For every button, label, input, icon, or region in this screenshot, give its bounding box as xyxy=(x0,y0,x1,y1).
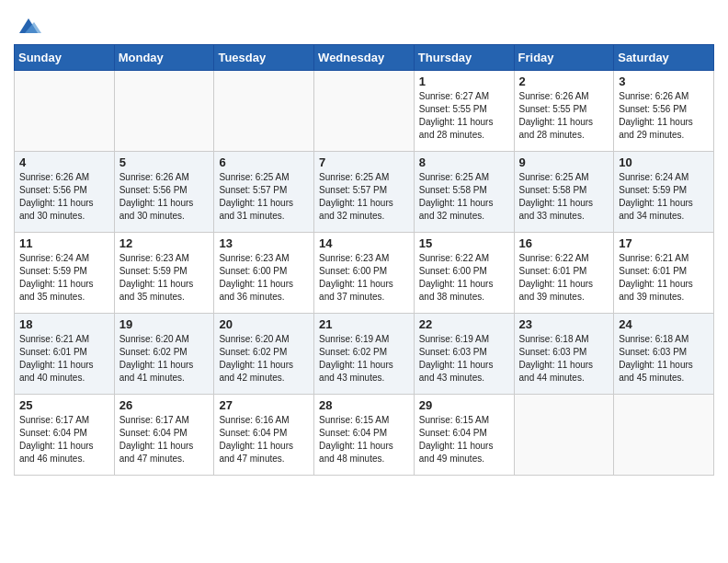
cell-info: Sunrise: 6:22 AM Sunset: 6:00 PM Dayligh… xyxy=(419,252,509,304)
calendar-cell: 22Sunrise: 6:19 AM Sunset: 6:03 PM Dayli… xyxy=(414,314,514,395)
cell-info: Sunrise: 6:21 AM Sunset: 6:01 PM Dayligh… xyxy=(19,333,109,385)
day-header-monday: Monday xyxy=(114,45,214,71)
cell-info: Sunrise: 6:26 AM Sunset: 5:56 PM Dayligh… xyxy=(119,171,210,223)
cell-info: Sunrise: 6:27 AM Sunset: 5:55 PM Dayligh… xyxy=(419,90,509,142)
cell-info: Sunrise: 6:25 AM Sunset: 5:58 PM Dayligh… xyxy=(419,171,509,223)
day-number: 18 xyxy=(19,317,109,331)
cell-info: Sunrise: 6:23 AM Sunset: 6:00 PM Dayligh… xyxy=(319,252,409,304)
day-number: 24 xyxy=(619,317,709,331)
day-number: 9 xyxy=(519,155,609,169)
calendar-cell: 18Sunrise: 6:21 AM Sunset: 6:01 PM Dayli… xyxy=(15,314,115,395)
day-number: 12 xyxy=(119,236,210,250)
day-number: 27 xyxy=(219,398,309,412)
calendar-cell: 16Sunrise: 6:22 AM Sunset: 6:01 PM Dayli… xyxy=(514,233,614,314)
logo xyxy=(14,13,41,39)
calendar-cell: 15Sunrise: 6:22 AM Sunset: 6:00 PM Dayli… xyxy=(414,233,514,314)
page-header xyxy=(14,9,714,39)
day-number: 5 xyxy=(119,155,210,169)
day-header-wednesday: Wednesday xyxy=(314,45,415,71)
calendar-cell xyxy=(614,395,714,476)
cell-info: Sunrise: 6:17 AM Sunset: 6:04 PM Dayligh… xyxy=(19,414,109,465)
day-number: 6 xyxy=(219,155,309,169)
day-number: 20 xyxy=(219,317,309,331)
calendar-cell: 6Sunrise: 6:25 AM Sunset: 5:57 PM Daylig… xyxy=(214,152,314,233)
day-number: 22 xyxy=(419,317,509,331)
day-number: 15 xyxy=(419,236,509,250)
calendar-week-row: 18Sunrise: 6:21 AM Sunset: 6:01 PM Dayli… xyxy=(15,314,714,395)
day-header-sunday: Sunday xyxy=(15,45,115,71)
day-number: 29 xyxy=(419,398,509,412)
calendar-cell: 27Sunrise: 6:16 AM Sunset: 6:04 PM Dayli… xyxy=(214,395,314,476)
calendar-week-row: 11Sunrise: 6:24 AM Sunset: 5:59 PM Dayli… xyxy=(15,233,714,314)
calendar-cell: 29Sunrise: 6:15 AM Sunset: 6:04 PM Dayli… xyxy=(414,395,514,476)
cell-info: Sunrise: 6:20 AM Sunset: 6:02 PM Dayligh… xyxy=(119,333,210,385)
cell-info: Sunrise: 6:20 AM Sunset: 6:02 PM Dayligh… xyxy=(219,333,309,385)
day-number: 7 xyxy=(319,155,409,169)
cell-info: Sunrise: 6:26 AM Sunset: 5:56 PM Dayligh… xyxy=(19,171,109,223)
cell-info: Sunrise: 6:16 AM Sunset: 6:04 PM Dayligh… xyxy=(219,414,309,465)
cell-info: Sunrise: 6:26 AM Sunset: 5:55 PM Dayligh… xyxy=(519,90,609,142)
cell-info: Sunrise: 6:24 AM Sunset: 5:59 PM Dayligh… xyxy=(619,171,709,223)
day-number: 1 xyxy=(419,75,509,88)
cell-info: Sunrise: 6:25 AM Sunset: 5:57 PM Dayligh… xyxy=(219,171,309,223)
calendar-cell: 20Sunrise: 6:20 AM Sunset: 6:02 PM Dayli… xyxy=(214,314,314,395)
calendar-cell: 19Sunrise: 6:20 AM Sunset: 6:02 PM Dayli… xyxy=(114,314,214,395)
day-number: 25 xyxy=(19,398,109,412)
calendar-cell: 24Sunrise: 6:18 AM Sunset: 6:03 PM Dayli… xyxy=(614,314,714,395)
cell-info: Sunrise: 6:25 AM Sunset: 5:57 PM Dayligh… xyxy=(319,171,409,223)
calendar-cell xyxy=(214,71,314,152)
calendar-cell: 7Sunrise: 6:25 AM Sunset: 5:57 PM Daylig… xyxy=(314,152,415,233)
cell-info: Sunrise: 6:15 AM Sunset: 6:04 PM Dayligh… xyxy=(419,414,509,465)
day-number: 4 xyxy=(19,155,109,169)
day-number: 19 xyxy=(119,317,210,331)
cell-info: Sunrise: 6:18 AM Sunset: 6:03 PM Dayligh… xyxy=(619,333,709,385)
day-header-thursday: Thursday xyxy=(414,45,514,71)
calendar-cell xyxy=(514,395,614,476)
calendar-week-row: 1Sunrise: 6:27 AM Sunset: 5:55 PM Daylig… xyxy=(15,71,714,152)
calendar-cell: 12Sunrise: 6:23 AM Sunset: 5:59 PM Dayli… xyxy=(114,233,214,314)
calendar-cell xyxy=(15,71,115,152)
day-number: 8 xyxy=(419,155,509,169)
calendar-cell: 21Sunrise: 6:19 AM Sunset: 6:02 PM Dayli… xyxy=(314,314,415,395)
cell-info: Sunrise: 6:21 AM Sunset: 6:01 PM Dayligh… xyxy=(619,252,709,304)
day-header-tuesday: Tuesday xyxy=(214,45,314,71)
cell-info: Sunrise: 6:23 AM Sunset: 6:00 PM Dayligh… xyxy=(219,252,309,304)
calendar-cell: 5Sunrise: 6:26 AM Sunset: 5:56 PM Daylig… xyxy=(114,152,214,233)
day-number: 2 xyxy=(519,75,609,88)
cell-info: Sunrise: 6:25 AM Sunset: 5:58 PM Dayligh… xyxy=(519,171,609,223)
calendar-cell xyxy=(314,71,415,152)
calendar-cell: 25Sunrise: 6:17 AM Sunset: 6:04 PM Dayli… xyxy=(15,395,115,476)
day-number: 13 xyxy=(219,236,309,250)
cell-info: Sunrise: 6:19 AM Sunset: 6:03 PM Dayligh… xyxy=(419,333,509,385)
day-number: 28 xyxy=(319,398,409,412)
cell-info: Sunrise: 6:24 AM Sunset: 5:59 PM Dayligh… xyxy=(19,252,109,304)
calendar-cell: 17Sunrise: 6:21 AM Sunset: 6:01 PM Dayli… xyxy=(614,233,714,314)
cell-info: Sunrise: 6:17 AM Sunset: 6:04 PM Dayligh… xyxy=(119,414,210,465)
day-header-friday: Friday xyxy=(514,45,614,71)
calendar-cell: 8Sunrise: 6:25 AM Sunset: 5:58 PM Daylig… xyxy=(414,152,514,233)
cell-info: Sunrise: 6:26 AM Sunset: 5:56 PM Dayligh… xyxy=(619,90,709,142)
calendar-week-row: 25Sunrise: 6:17 AM Sunset: 6:04 PM Dayli… xyxy=(15,395,714,476)
cell-info: Sunrise: 6:15 AM Sunset: 6:04 PM Dayligh… xyxy=(319,414,409,465)
cell-info: Sunrise: 6:19 AM Sunset: 6:02 PM Dayligh… xyxy=(319,333,409,385)
calendar-table: SundayMondayTuesdayWednesdayThursdayFrid… xyxy=(14,44,714,476)
calendar-cell: 23Sunrise: 6:18 AM Sunset: 6:03 PM Dayli… xyxy=(514,314,614,395)
calendar-header-row: SundayMondayTuesdayWednesdayThursdayFrid… xyxy=(15,45,714,71)
calendar-cell: 11Sunrise: 6:24 AM Sunset: 5:59 PM Dayli… xyxy=(15,233,115,314)
calendar-cell: 14Sunrise: 6:23 AM Sunset: 6:00 PM Dayli… xyxy=(314,233,415,314)
day-number: 17 xyxy=(619,236,709,250)
day-number: 23 xyxy=(519,317,609,331)
day-number: 14 xyxy=(319,236,409,250)
cell-info: Sunrise: 6:23 AM Sunset: 5:59 PM Dayligh… xyxy=(119,252,210,304)
day-number: 16 xyxy=(519,236,609,250)
calendar-cell: 9Sunrise: 6:25 AM Sunset: 5:58 PM Daylig… xyxy=(514,152,614,233)
logo-icon xyxy=(16,13,41,39)
calendar-cell xyxy=(114,71,214,152)
calendar-cell: 2Sunrise: 6:26 AM Sunset: 5:55 PM Daylig… xyxy=(514,71,614,152)
day-number: 21 xyxy=(319,317,409,331)
day-header-saturday: Saturday xyxy=(614,45,714,71)
calendar-cell: 3Sunrise: 6:26 AM Sunset: 5:56 PM Daylig… xyxy=(614,71,714,152)
calendar-cell: 28Sunrise: 6:15 AM Sunset: 6:04 PM Dayli… xyxy=(314,395,415,476)
day-number: 10 xyxy=(619,155,709,169)
calendar-cell: 1Sunrise: 6:27 AM Sunset: 5:55 PM Daylig… xyxy=(414,71,514,152)
